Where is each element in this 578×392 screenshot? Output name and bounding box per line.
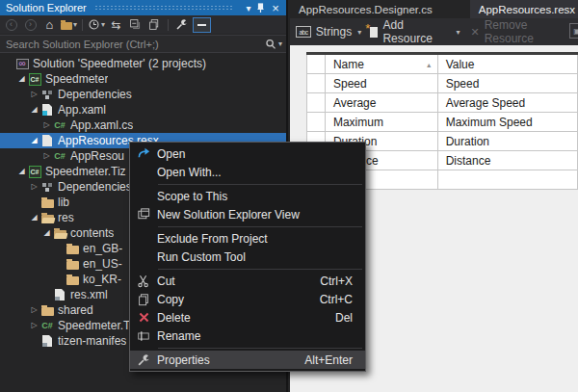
menu-item-cut[interactable]: CutCtrl+X <box>130 272 365 290</box>
pin-icon[interactable] <box>255 3 269 13</box>
preview-selected-items-icon[interactable] <box>193 17 211 33</box>
expanded-arrow-icon[interactable]: ◢ <box>29 133 39 148</box>
tree-item-label: Speedmeter <box>45 72 108 86</box>
grid-cell[interactable]: Speed <box>437 74 577 93</box>
home-icon[interactable]: ⌂ <box>41 17 58 33</box>
xml-glyph <box>55 289 65 301</box>
folderopen-glyph <box>41 215 54 223</box>
expanded-arrow-icon[interactable]: ◢ <box>29 210 39 225</box>
menu-item-label: Run Custom Tool <box>157 250 365 264</box>
menu-separator <box>158 348 362 349</box>
collapsed-arrow-icon[interactable]: ▷ <box>41 118 52 133</box>
collapsed-arrow-icon[interactable]: ▷ <box>41 148 52 164</box>
menu-item-label: Delete <box>157 311 335 325</box>
grid-cell[interactable]: Average Speed <box>437 93 577 113</box>
xml-glyph <box>42 335 52 347</box>
show-all-files-icon[interactable] <box>146 17 163 33</box>
search-placeholder: Search Solution Explorer (Ctrl+;) <box>6 39 264 50</box>
tree-item-label: Speedmeter.T <box>58 319 130 332</box>
column-header-label: Value <box>446 58 475 71</box>
tab-appresources-designer-cs[interactable]: AppResources.Designer.cs <box>290 0 441 18</box>
menu-separator <box>158 269 362 270</box>
csfile-glyph: C# <box>54 151 66 161</box>
csproj-glyph: C# <box>29 166 41 178</box>
strings-chevron-icon[interactable]: ▾ <box>357 28 361 37</box>
open-icon <box>130 146 157 161</box>
switch-views-icon[interactable]: ▾ <box>61 17 77 33</box>
tree-item-label: lib <box>58 196 69 209</box>
xaml-icon <box>39 104 55 116</box>
row-header-cell[interactable] <box>307 113 326 132</box>
grid-cell[interactable] <box>437 170 577 190</box>
tree-item-solution-speedmeter-2-projects[interactable]: ∞Solution 'Speedmeter' (2 projects) <box>0 56 286 71</box>
search-input[interactable]: Search Solution Explorer (Ctrl+;) ▾ <box>0 35 286 53</box>
collapsed-arrow-icon[interactable]: ▷ <box>29 318 39 333</box>
sync-with-active-document-icon[interactable]: ⇆ <box>108 17 124 33</box>
add-resource-button[interactable]: Add Resource <box>382 18 450 45</box>
menu-item-exclude-from-project[interactable]: Exclude From Project <box>130 229 365 248</box>
solution-icon: ∞ <box>14 59 30 69</box>
clipped-toolbar-button[interactable]: ▣ <box>569 23 578 39</box>
menu-item-delete[interactable]: DeleteDel <box>130 308 365 327</box>
copy-icon <box>130 293 157 306</box>
menu-item-label: Scope to This <box>157 190 365 203</box>
folder-glyph <box>66 246 79 254</box>
expanded-arrow-icon[interactable]: ◢ <box>29 102 39 118</box>
menu-item-copy[interactable]: CopyCtrl+C <box>130 290 365 308</box>
back-icon[interactable]: ‹ <box>3 17 19 33</box>
tab-appresources-resx[interactable]: AppResources.resx× <box>470 0 578 18</box>
menu-item-scope-to-this[interactable]: Scope to This <box>130 187 365 205</box>
collapse-all-icon[interactable] <box>127 17 144 33</box>
grid-cell[interactable]: Maximum <box>325 113 437 132</box>
column-header-value[interactable]: Value <box>437 54 577 74</box>
close-icon[interactable]: × <box>269 1 282 15</box>
tree-item-label: en_US- <box>83 257 122 271</box>
search-options-chevron-icon[interactable]: ▾ <box>278 39 282 48</box>
grid-cell[interactable]: Average <box>325 93 437 113</box>
csfile-icon: C# <box>52 151 67 161</box>
row-header-cell[interactable] <box>307 74 326 93</box>
remove-resource-button[interactable]: Remove Resource <box>485 18 572 45</box>
column-header-name[interactable]: Name▲ <box>325 54 437 74</box>
menu-item-new-solution-explorer-view[interactable]: New Solution Explorer View <box>130 205 365 223</box>
expanded-arrow-icon[interactable]: ◢ <box>41 225 52 241</box>
row-header-cell[interactable] <box>307 93 326 113</box>
menu-item-rename[interactable]: Rename <box>130 327 365 345</box>
menu-item-open-with[interactable]: Open With... <box>130 163 365 181</box>
grid-cell[interactable]: Duration <box>437 132 577 151</box>
menu-item-label: New Solution Explorer View <box>157 208 365 222</box>
folderopen-icon <box>39 213 55 223</box>
add-resource-chevron-icon[interactable]: ▾ <box>456 28 460 37</box>
grid-header-row: Name▲Value <box>307 54 578 74</box>
folderopen-icon <box>52 228 67 239</box>
search-icon[interactable] <box>264 38 277 51</box>
menu-item-run-custom-tool[interactable]: Run Custom Tool <box>130 248 365 266</box>
strings-view-selector[interactable]: Strings <box>316 25 352 39</box>
vs-window: Solution Explorer ▾ × ‹›⌂▾▾⇆ Search Solu… <box>0 0 578 392</box>
newview-icon <box>130 207 157 222</box>
collapsed-arrow-icon[interactable]: ▷ <box>29 302 39 318</box>
menu-item-properties[interactable]: PropertiesAlt+Enter <box>130 351 365 369</box>
forward-icon[interactable]: › <box>22 17 39 33</box>
collapsed-arrow-icon[interactable]: ▷ <box>29 87 39 102</box>
tree-item-dependencies[interactable]: ▷Dependencies <box>0 87 286 102</box>
add-resource-icon <box>370 27 378 38</box>
properties-icon[interactable] <box>173 17 190 33</box>
menu-item-open[interactable]: Open <box>130 144 365 163</box>
grid-cell[interactable]: Maximum Speed <box>437 113 577 132</box>
collapsed-arrow-icon[interactable]: ▷ <box>29 179 39 195</box>
grid-cell[interactable]: Speed <box>325 74 437 93</box>
tree-item-speedmeter[interactable]: ◢C#Speedmeter <box>0 71 286 87</box>
tree-item-app-xaml-cs[interactable]: ▷C#App.xaml.cs <box>0 118 286 133</box>
grid-cell[interactable]: Distance <box>437 151 577 170</box>
expanded-arrow-icon[interactable]: ◢ <box>16 71 27 87</box>
csproj-icon: C# <box>27 166 42 178</box>
pending-changes-filter-icon[interactable]: ▾ <box>88 17 105 33</box>
toolbar-separator <box>168 19 169 31</box>
window-position-icon[interactable]: ▾ <box>242 3 255 13</box>
tree-item-app-xaml[interactable]: ◢App.xaml <box>0 102 286 118</box>
menu-item-shortcut: Ctrl+X <box>320 274 365 288</box>
solution-explorer-titlebar[interactable]: Solution Explorer ▾ × <box>0 0 286 15</box>
expanded-arrow-icon[interactable]: ◢ <box>16 164 27 179</box>
tree-item-label: Dependencies <box>58 180 132 194</box>
